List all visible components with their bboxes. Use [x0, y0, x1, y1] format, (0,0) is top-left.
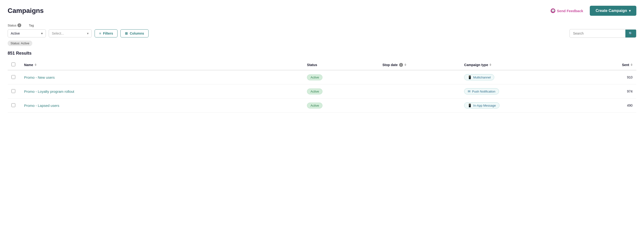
tag-placeholder: Select... — [52, 31, 85, 35]
send-feedback-button[interactable]: 💬 Send Feedback — [548, 6, 586, 15]
campaigns-table: Name Status Stop date i — [8, 60, 636, 113]
page-title: Campaigns — [8, 7, 44, 14]
send-feedback-label: Send Feedback — [557, 9, 583, 13]
tag-chevron-icon: ▾ — [87, 31, 88, 35]
row-checkbox-cell — [8, 98, 20, 113]
col-type-label: Campaign type — [464, 63, 488, 67]
campaign-type-badge: 📱 In-App Message — [464, 102, 500, 109]
row-stopdate-cell — [378, 70, 460, 84]
status-dropdown[interactable]: Active ▾ — [8, 29, 46, 37]
type-sort-icon[interactable] — [490, 63, 491, 66]
name-sort-icon[interactable] — [35, 63, 36, 66]
select-all-checkbox[interactable] — [12, 62, 15, 66]
col-name-label: Name — [24, 63, 33, 67]
columns-icon: ⊞ — [125, 31, 128, 35]
row-type-cell: 📱 In-App Message — [460, 98, 574, 113]
column-campaign-type: Campaign type — [460, 60, 574, 70]
filter-labels: Status i Tag — [8, 23, 636, 27]
col-stopdate-label: Stop date — [382, 63, 398, 67]
row-status-cell: Active — [303, 84, 378, 98]
table-row: Promo - Loyalty program rollout Active ✉… — [8, 84, 636, 98]
row-sent-cell: 490 — [574, 98, 636, 113]
row-name-cell: Promo - Loyalty program rollout — [20, 84, 303, 98]
campaign-type-badge: 📱 Multichannel — [464, 74, 494, 80]
create-campaign-button[interactable]: Create Campaign ▾ — [590, 6, 636, 16]
table-header-row: Name Status Stop date i — [8, 60, 636, 70]
col-status-label: Status — [307, 63, 317, 67]
active-tag-text: Status: Active — [10, 41, 30, 45]
row-checkbox[interactable] — [12, 89, 15, 93]
type-label: In-App Message — [473, 104, 496, 107]
row-stopdate-cell — [378, 84, 460, 98]
sent-sort-icon[interactable] — [630, 63, 632, 66]
status-filter-label: Status i — [8, 23, 21, 27]
table-body: Promo - New users Active 📱 Multichannel … — [8, 70, 636, 113]
row-checkbox[interactable] — [12, 75, 15, 79]
row-checkbox-cell — [8, 70, 20, 84]
stopdate-info-icon[interactable]: i — [399, 63, 403, 67]
campaign-name-link[interactable]: Promo - Loyalty program rollout — [24, 89, 74, 93]
stopdate-sort-icon[interactable] — [404, 63, 406, 66]
tag-filter-label: Tag — [29, 23, 34, 27]
status-badge: Active — [307, 103, 322, 109]
filters-section: Status i Tag Active ▾ Select... ▾ ≡ Filt… — [8, 23, 636, 46]
type-label: Multichannel — [473, 76, 491, 79]
campaign-name-link[interactable]: Promo - New users — [24, 75, 55, 79]
row-stopdate-cell — [378, 98, 460, 113]
row-sent-cell: 974 — [574, 84, 636, 98]
type-label: Push Notification — [472, 90, 496, 93]
results-count: 851 Results — [8, 51, 636, 56]
type-icon: ✉ — [468, 89, 470, 93]
row-sent-cell: 910 — [574, 70, 636, 84]
campaign-name-link[interactable]: Promo - Lapsed users — [24, 103, 60, 108]
col-sent-label: Sent — [622, 63, 629, 67]
filters-button[interactable]: ≡ Filters — [94, 29, 118, 37]
column-sent: Sent — [574, 60, 636, 70]
search-icon: 🔍 — [629, 32, 633, 35]
type-icon: 📱 — [468, 103, 472, 107]
row-type-cell: ✉ Push Notification — [460, 84, 574, 98]
campaign-type-badge: ✉ Push Notification — [464, 88, 499, 94]
row-checkbox-cell — [8, 84, 20, 98]
header-actions: 💬 Send Feedback Create Campaign ▾ — [548, 6, 636, 16]
status-badge: Active — [307, 74, 322, 80]
row-type-cell: 📱 Multichannel — [460, 70, 574, 84]
filters-label: Filters — [103, 31, 113, 35]
search-button[interactable]: 🔍 — [625, 29, 636, 37]
page-header: Campaigns 💬 Send Feedback Create Campaig… — [8, 6, 636, 16]
status-info-icon[interactable]: i — [18, 23, 21, 27]
chevron-down-icon: ▾ — [629, 9, 630, 13]
filters-icon: ≡ — [99, 31, 101, 35]
column-name: Name — [20, 60, 303, 70]
create-campaign-label: Create Campaign — [596, 8, 627, 13]
feedback-icon: 💬 — [550, 8, 556, 13]
search-input[interactable] — [570, 29, 625, 37]
table-row: Promo - Lapsed users Active 📱 In-App Mes… — [8, 98, 636, 113]
column-status: Status — [303, 60, 378, 70]
status-value: Active — [11, 31, 39, 35]
row-status-cell: Active — [303, 70, 378, 84]
row-status-cell: Active — [303, 98, 378, 113]
filter-controls: Active ▾ Select... ▾ ≡ Filters ⊞ Columns… — [8, 29, 636, 38]
tag-dropdown[interactable]: Select... ▾ — [49, 29, 92, 37]
status-badge: Active — [307, 88, 322, 94]
columns-button[interactable]: ⊞ Columns — [120, 29, 148, 37]
row-name-cell: Promo - Lapsed users — [20, 98, 303, 113]
columns-label: Columns — [130, 31, 144, 35]
table-row: Promo - New users Active 📱 Multichannel … — [8, 70, 636, 84]
row-name-cell: Promo - New users — [20, 70, 303, 84]
select-all-cell — [8, 60, 20, 70]
type-icon: 📱 — [468, 75, 472, 79]
active-filter-tag: Status: Active — [8, 40, 32, 46]
column-stop-date: Stop date i — [378, 60, 460, 70]
row-checkbox[interactable] — [12, 103, 15, 107]
search-wrapper: 🔍 — [570, 29, 636, 38]
status-chevron-icon: ▾ — [41, 31, 43, 35]
